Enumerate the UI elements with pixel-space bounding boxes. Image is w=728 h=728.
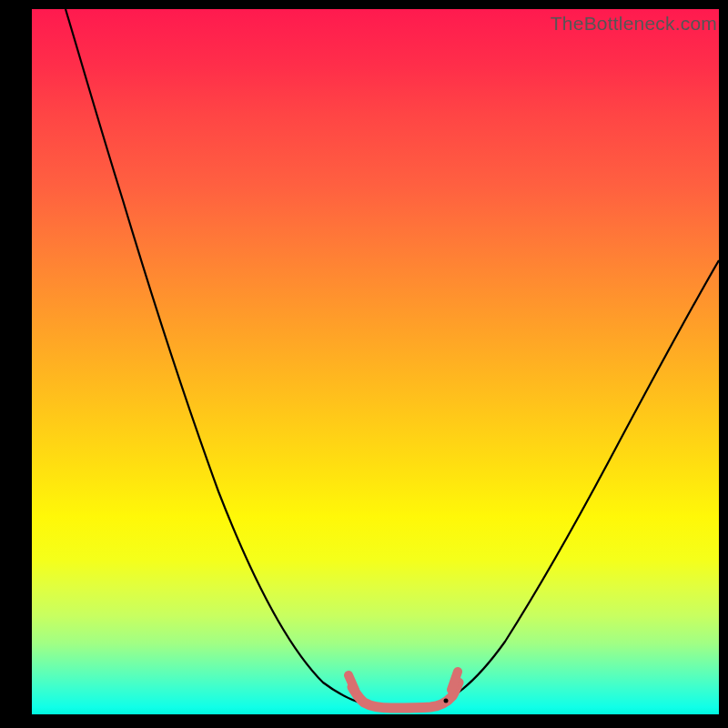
chart-svg bbox=[32, 9, 719, 714]
curve-inflection-dot bbox=[444, 699, 449, 703]
plateau-marker-right-tick bbox=[451, 672, 458, 690]
plateau-marker-left-tick bbox=[349, 675, 355, 690]
bottleneck-curve bbox=[66, 9, 719, 706]
gradient-plot-area bbox=[32, 9, 719, 714]
plateau-marker bbox=[352, 682, 459, 708]
watermark-text: TheBottleneck.com bbox=[551, 13, 717, 35]
